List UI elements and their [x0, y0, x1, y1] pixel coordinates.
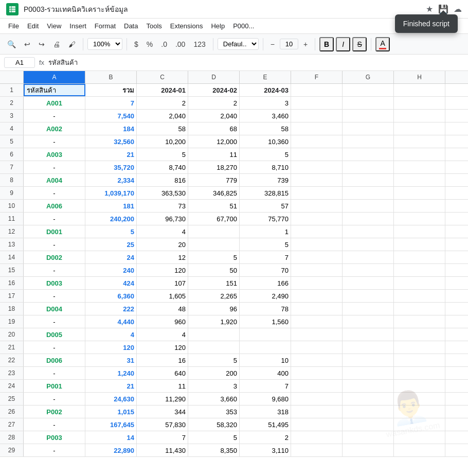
cell-e14[interactable]: 7	[240, 251, 291, 263]
cell-i23[interactable]	[445, 367, 468, 379]
cell-b17[interactable]: 6,360	[85, 290, 137, 302]
cell-d27[interactable]: 58,320	[188, 418, 240, 431]
cell-c14[interactable]: 12	[137, 251, 188, 263]
cell-c3[interactable]: 2,040	[137, 110, 188, 122]
row-number[interactable]: 14	[0, 251, 24, 263]
cell-a17[interactable]: -	[24, 290, 85, 302]
decimal-increase-button[interactable]: .00	[172, 38, 188, 50]
star-icon[interactable]: ★	[426, 4, 433, 14]
row-number[interactable]: 24	[0, 380, 24, 392]
cell-c21[interactable]: 120	[137, 341, 188, 354]
cell-b21[interactable]: 120	[85, 341, 137, 354]
cell-c16[interactable]: 107	[137, 277, 188, 289]
cell-g14[interactable]	[343, 251, 394, 263]
cell-h24[interactable]	[394, 380, 445, 392]
cell-b25[interactable]: 24,630	[85, 393, 137, 405]
cell-d23[interactable]: 200	[188, 367, 240, 379]
cell-h27[interactable]	[394, 418, 445, 431]
cell-i6[interactable]	[445, 148, 468, 161]
cell-d17[interactable]: 2,265	[188, 290, 240, 302]
cell-i3[interactable]	[445, 110, 468, 122]
cell-e1[interactable]: 2024-03	[240, 84, 291, 96]
cell-a1[interactable]: รหัสสินค้า	[24, 84, 85, 96]
cell-h3[interactable]	[394, 110, 445, 122]
cell-d15[interactable]: 50	[188, 264, 240, 276]
font-size-increase-button[interactable]: +	[300, 38, 311, 50]
cell-e25[interactable]: 9,680	[240, 393, 291, 405]
cell-c6[interactable]: 5	[137, 148, 188, 161]
cell-c8[interactable]: 816	[137, 174, 188, 186]
cell-b22[interactable]: 31	[85, 354, 137, 366]
cell-d6[interactable]: 11	[188, 148, 240, 161]
row-number[interactable]: 16	[0, 277, 24, 289]
cell-i13[interactable]	[445, 238, 468, 251]
cell-g16[interactable]	[343, 277, 394, 289]
cell-b4[interactable]: 184	[85, 122, 137, 135]
cell-h8[interactable]	[394, 174, 445, 186]
cell-b16[interactable]: 424	[85, 277, 137, 289]
cell-f5[interactable]	[291, 135, 343, 148]
cell-e27[interactable]: 51,495	[240, 418, 291, 431]
cell-f12[interactable]	[291, 225, 343, 238]
cell-c17[interactable]: 1,605	[137, 290, 188, 302]
row-number[interactable]: 2	[0, 97, 24, 109]
cell-b29[interactable]: 22,890	[85, 444, 137, 456]
row-number[interactable]: 18	[0, 303, 24, 315]
cell-a18[interactable]: D004	[24, 303, 85, 315]
cell-d16[interactable]: 151	[188, 277, 240, 289]
cell-d9[interactable]: 346,825	[188, 187, 240, 199]
cell-h28[interactable]	[394, 431, 445, 444]
cell-a27[interactable]: -	[24, 418, 85, 431]
cell-f2[interactable]	[291, 97, 343, 109]
menu-view[interactable]: View	[43, 20, 65, 32]
cell-g11[interactable]	[343, 213, 394, 225]
cell-c4[interactable]: 58	[137, 122, 188, 135]
cell-a2[interactable]: A001	[24, 97, 85, 109]
cell-i20[interactable]	[445, 328, 468, 341]
menu-data[interactable]: Data	[120, 20, 142, 32]
cell-d2[interactable]: 2	[188, 97, 240, 109]
cell-h17[interactable]	[394, 290, 445, 302]
cell-i8[interactable]	[445, 174, 468, 186]
number-format-button[interactable]: 123	[190, 38, 208, 50]
cell-a16[interactable]: D003	[24, 277, 85, 289]
cell-b3[interactable]: 7,540	[85, 110, 137, 122]
cell-c25[interactable]: 11,290	[137, 393, 188, 405]
cell-f19[interactable]	[291, 315, 343, 328]
formula-input[interactable]	[48, 59, 464, 66]
row-number[interactable]: 1	[0, 84, 24, 96]
cell-g28[interactable]	[343, 431, 394, 444]
cell-g25[interactable]	[343, 393, 394, 405]
paint-format-button[interactable]: 🖌	[65, 38, 79, 50]
cell-h7[interactable]	[394, 161, 445, 173]
cell-d8[interactable]: 779	[188, 174, 240, 186]
cell-b27[interactable]: 167,645	[85, 418, 137, 431]
cell-f7[interactable]	[291, 161, 343, 173]
cell-g17[interactable]	[343, 290, 394, 302]
row-number[interactable]: 29	[0, 444, 24, 456]
row-number[interactable]: 12	[0, 225, 24, 238]
cell-e29[interactable]: 3,110	[240, 444, 291, 456]
search-button[interactable]: 🔍	[4, 38, 19, 50]
print-button[interactable]: 🖨	[50, 38, 63, 50]
cell-e19[interactable]: 1,560	[240, 315, 291, 328]
cell-e28[interactable]: 2	[240, 431, 291, 444]
cell-g3[interactable]	[343, 110, 394, 122]
row-number[interactable]: 19	[0, 315, 24, 328]
cell-h4[interactable]	[394, 122, 445, 135]
cell-f24[interactable]	[291, 380, 343, 392]
font-color-button[interactable]: A	[375, 37, 390, 51]
row-number[interactable]: 6	[0, 148, 24, 161]
row-number[interactable]: 7	[0, 161, 24, 173]
cell-e6[interactable]: 5	[240, 148, 291, 161]
cell-e2[interactable]: 3	[240, 97, 291, 109]
cell-h2[interactable]	[394, 97, 445, 109]
cell-h11[interactable]	[394, 213, 445, 225]
menu-insert[interactable]: Insert	[65, 20, 91, 32]
row-number[interactable]: 9	[0, 187, 24, 199]
col-header-e[interactable]: E	[240, 71, 291, 83]
cell-e20[interactable]	[240, 328, 291, 341]
row-number[interactable]: 11	[0, 213, 24, 225]
cell-e15[interactable]: 70	[240, 264, 291, 276]
cell-a24[interactable]: P001	[24, 380, 85, 392]
